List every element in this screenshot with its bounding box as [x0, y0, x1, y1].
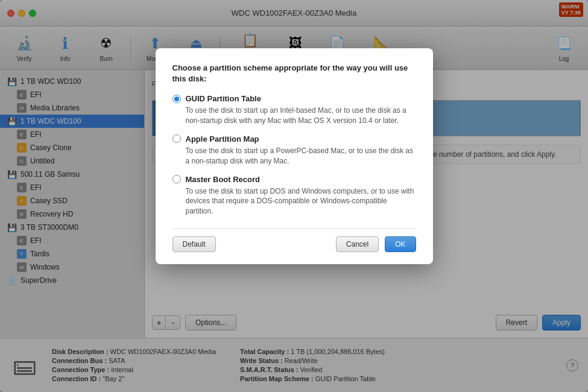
main-window: WDC WD1002FAEX-00Z3A0 Media WARNIVY 7:36… — [0, 0, 588, 392]
radio-guid-label: GUID Partition Table — [186, 94, 261, 103]
radio-guid-desc: To use the disk to start up an Intel-bas… — [186, 106, 416, 126]
modal-overlay: Choose a partition scheme appropriate fo… — [0, 0, 588, 392]
cancel-button[interactable]: Cancel — [336, 236, 379, 252]
radio-mbr-desc: To use the disk to start up DOS and Wind… — [186, 186, 416, 217]
radio-mbr-label: Master Boot Record — [186, 175, 261, 184]
radio-option-apple: Apple Partition Map To use the disk to s… — [172, 134, 416, 166]
modal-right-buttons: Cancel OK — [336, 236, 416, 252]
radio-row-guid[interactable]: GUID Partition Table — [172, 94, 416, 103]
modal-buttons: Default Cancel OK — [172, 229, 416, 252]
radio-apple-desc: To use the disk to start up a PowerPC-ba… — [186, 146, 416, 166]
radio-mbr[interactable] — [172, 175, 181, 183]
default-button[interactable]: Default — [172, 236, 216, 252]
radio-apple[interactable] — [172, 134, 181, 143]
radio-option-mbr: Master Boot Record To use the disk to st… — [172, 175, 416, 217]
partition-scheme-dialog: Choose a partition scheme appropriate fo… — [156, 48, 433, 264]
radio-option-guid: GUID Partition Table To use the disk to … — [172, 94, 416, 126]
radio-guid[interactable] — [172, 95, 181, 103]
modal-title: Choose a partition scheme appropriate fo… — [172, 63, 416, 84]
radio-row-apple[interactable]: Apple Partition Map — [172, 134, 416, 144]
radio-apple-label: Apple Partition Map — [186, 134, 259, 144]
ok-button[interactable]: OK — [385, 236, 416, 252]
radio-row-mbr[interactable]: Master Boot Record — [172, 175, 416, 184]
